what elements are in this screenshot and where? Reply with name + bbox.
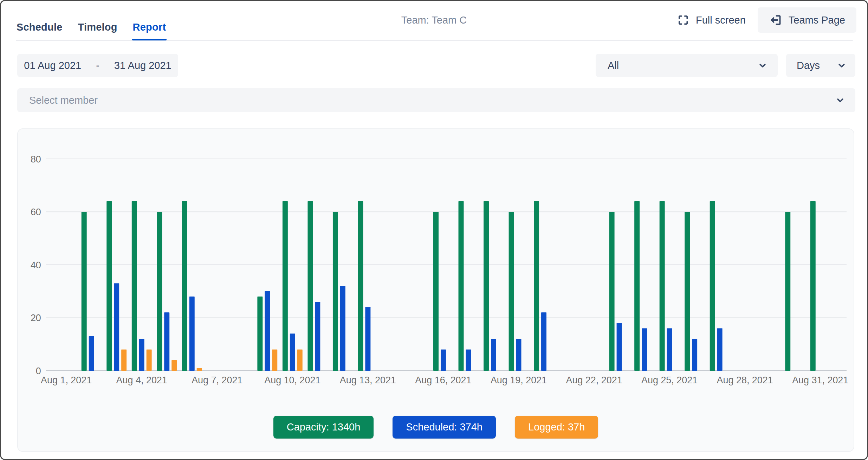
bar-capacity-day26	[685, 212, 690, 371]
x-tick-aug-25-2021: Aug 25, 2021	[641, 375, 698, 385]
chevron-down-icon	[757, 60, 768, 71]
header-actions: Full screen Teams Page	[674, 7, 856, 33]
x-tick-aug-19-2021: Aug 19, 2021	[491, 375, 547, 385]
bar-capacity-day3	[106, 201, 112, 371]
x-tick-aug-4-2021: Aug 4, 2021	[116, 375, 167, 385]
bar-scheduled-day18	[491, 339, 496, 371]
bar-capacity-day4	[132, 201, 137, 371]
bar-capacity-day30	[785, 212, 790, 371]
bar-logged-day5	[171, 360, 177, 371]
bar-scheduled-day27	[717, 328, 723, 371]
y-tick-80: 80	[31, 154, 41, 165]
tab-bar: ScheduleTimelogReport	[16, 21, 167, 33]
y-tick-60: 60	[31, 207, 41, 217]
tab-report[interactable]: Report	[132, 21, 167, 33]
chart-legend: Capacity: 1340hScheduled: 374hLogged: 37…	[18, 416, 854, 439]
bar-capacity-day5	[157, 212, 162, 371]
bar-capacity-day9	[257, 296, 263, 371]
bar-scheduled-day16	[441, 350, 446, 371]
bar-scheduled-day3	[114, 283, 119, 371]
date-separator: -	[96, 60, 99, 71]
exit-left-arrow-icon	[769, 13, 782, 27]
bar-capacity-day31	[810, 201, 816, 371]
bar-scheduled-day19	[516, 339, 522, 371]
bar-capacity-day10	[283, 201, 288, 371]
legend-logged[interactable]: Logged: 37h	[515, 416, 598, 439]
bar-logged-day10	[297, 350, 303, 371]
bar-scheduled-day24	[642, 328, 647, 371]
chevron-down-icon	[835, 95, 846, 106]
x-tick-aug-13-2021: Aug 13, 2021	[340, 375, 396, 385]
bar-capacity-day11	[307, 201, 313, 371]
bar-capacity-day13	[358, 201, 363, 371]
date-to: 31 Aug 2021	[114, 60, 171, 71]
bar-scheduled-day26	[692, 339, 697, 371]
bar-capacity-day18	[484, 201, 489, 371]
date-from: 01 Aug 2021	[24, 60, 81, 71]
fullscreen-label: Full screen	[696, 14, 746, 26]
bar-scheduled-day25	[667, 328, 672, 371]
bar-scheduled-day4	[139, 339, 144, 371]
bar-capacity-day19	[509, 212, 514, 371]
tab-timelog[interactable]: Timelog	[77, 21, 118, 33]
granularity-value: Days	[797, 60, 820, 71]
x-tick-aug-1-2021: Aug 1, 2021	[41, 375, 92, 385]
filter-all-dropdown[interactable]: All	[596, 54, 778, 77]
x-tick-aug-7-2021: Aug 7, 2021	[192, 375, 242, 385]
y-tick-40: 40	[31, 260, 41, 270]
bar-capacity-day25	[660, 201, 665, 371]
bar-scheduled-day2	[89, 336, 94, 371]
teams-page-label: Teams Page	[789, 14, 845, 26]
bar-capacity-day16	[433, 212, 439, 371]
bar-scheduled-day11	[315, 302, 320, 371]
granularity-dropdown[interactable]: Days	[786, 54, 855, 77]
member-select-dropdown[interactable]: Select member	[17, 88, 855, 112]
bar-logged-day3	[121, 350, 127, 371]
capacity-bar-chart: 806040200Aug 1, 2021Aug 4, 2021Aug 7, 20…	[18, 129, 854, 451]
member-select-placeholder: Select member	[29, 95, 98, 106]
bar-scheduled-day20	[541, 312, 546, 371]
x-tick-aug-10-2021: Aug 10, 2021	[264, 375, 320, 385]
bar-scheduled-day13	[365, 307, 370, 371]
bar-logged-day4	[147, 350, 152, 371]
bar-capacity-day17	[459, 201, 464, 371]
bar-scheduled-day12	[340, 286, 345, 371]
bar-capacity-day6	[182, 201, 187, 371]
bar-scheduled-day17	[466, 350, 471, 371]
y-tick-0: 0	[36, 366, 41, 376]
x-tick-aug-22-2021: Aug 22, 2021	[566, 375, 622, 385]
bar-logged-day9	[272, 350, 277, 371]
date-range-picker[interactable]: 01 Aug 2021 - 31 Aug 2021	[17, 54, 178, 77]
bar-scheduled-day9	[265, 291, 270, 371]
legend-scheduled[interactable]: Scheduled: 374h	[393, 416, 496, 439]
fullscreen-icon	[677, 14, 689, 26]
x-tick-aug-28-2021: Aug 28, 2021	[717, 375, 773, 385]
bar-capacity-day12	[333, 212, 338, 371]
bar-scheduled-day23	[617, 323, 622, 371]
bar-capacity-day23	[609, 212, 615, 371]
bar-scheduled-day6	[189, 296, 195, 371]
bar-scheduled-day10	[290, 334, 295, 371]
report-chart-panel: 806040200Aug 1, 2021Aug 4, 2021Aug 7, 20…	[17, 128, 854, 452]
y-tick-20: 20	[31, 313, 41, 323]
tab-schedule[interactable]: Schedule	[16, 21, 63, 33]
legend-capacity[interactable]: Capacity: 1340h	[273, 416, 374, 439]
x-tick-aug-31-2021: Aug 31, 2021	[792, 375, 848, 385]
bar-capacity-day27	[710, 201, 715, 371]
teams-page-button[interactable]: Teams Page	[758, 7, 856, 33]
bar-capacity-day2	[82, 212, 87, 371]
fullscreen-button[interactable]: Full screen	[674, 14, 749, 26]
filter-all-value: All	[608, 60, 619, 71]
bar-capacity-day20	[534, 201, 539, 371]
app-window: ScheduleTimelogReport Team: Team C Full …	[0, 0, 868, 460]
bar-scheduled-day5	[164, 312, 169, 371]
chevron-down-icon	[836, 60, 847, 71]
bar-capacity-day24	[634, 201, 640, 371]
bar-logged-day6	[197, 368, 202, 371]
x-tick-aug-16-2021: Aug 16, 2021	[415, 375, 471, 385]
